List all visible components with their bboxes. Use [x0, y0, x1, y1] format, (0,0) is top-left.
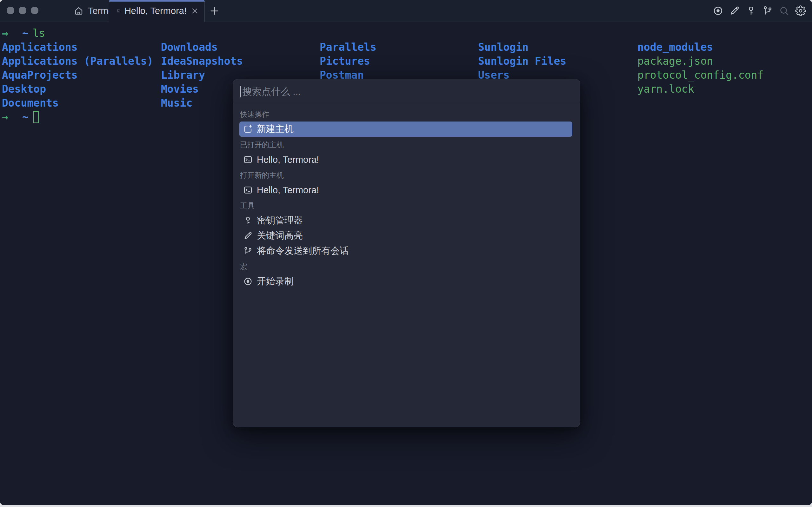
- window-controls: [7, 7, 39, 14]
- palette-item[interactable]: 新建主机: [239, 121, 572, 137]
- record-icon: [243, 277, 253, 286]
- palette-section-label: 宏: [239, 259, 572, 274]
- palette-item-label: Hello, Termora!: [257, 155, 319, 165]
- key-icon: [243, 216, 253, 225]
- terminal-entry-dir: Library: [161, 68, 243, 82]
- new-host-icon: [243, 124, 253, 134]
- minimize-button[interactable]: [19, 7, 26, 14]
- zoom-button[interactable]: [31, 7, 39, 14]
- toolbar-actions: [713, 0, 806, 21]
- pencil-icon: [243, 231, 253, 240]
- branch-icon: [243, 246, 253, 256]
- terminal-entry-dir: Pictures: [320, 54, 376, 68]
- terminal-entry-dir: Applications: [2, 40, 153, 54]
- terminal-icon: [243, 155, 253, 164]
- terminal-entry-dir: AquaProjects: [2, 68, 153, 82]
- palette-item-label: 关键词高亮: [257, 229, 303, 242]
- palette-item[interactable]: 密钥管理器: [239, 213, 572, 228]
- gear-icon[interactable]: [795, 5, 806, 16]
- app-window: Termora Hello, Termora! →~ls Application…: [0, 0, 812, 505]
- terminal-entry-dir: Desktop: [2, 82, 153, 96]
- palette-search: [233, 79, 580, 104]
- tab-label: Hello, Termora!: [124, 6, 187, 16]
- terminal-entry-file: protocol_config.conf: [637, 68, 763, 82]
- palette-item-label: 新建主机: [257, 123, 293, 135]
- terminal-entry-dir: Movies: [161, 82, 243, 96]
- prompt-line: →~: [2, 110, 39, 124]
- palette-item-label: 密钥管理器: [257, 214, 303, 227]
- terminal-entry-dir: Applications (Parallels): [2, 54, 153, 68]
- palette-item[interactable]: 将命令发送到所有会话: [239, 243, 572, 259]
- close-button[interactable]: [7, 7, 14, 14]
- prompt-cwd: ~: [22, 111, 29, 123]
- terminal-entry-dir: Parallels: [320, 40, 376, 54]
- palette-item[interactable]: 关键词高亮: [239, 228, 572, 243]
- palette-section-label: 已打开的主机: [239, 137, 572, 152]
- terminal-entry-dir: Music: [161, 96, 243, 110]
- terminal-entry-dir: node_modules: [637, 40, 763, 54]
- prompt-cwd: ~: [22, 27, 29, 39]
- search-input[interactable]: [242, 86, 573, 97]
- palette-section-label: 打开新的主机: [239, 167, 572, 182]
- plus-icon: [209, 5, 220, 16]
- palette-section-label: 工具: [239, 198, 572, 213]
- prompt-arrow: →: [2, 111, 8, 123]
- tab-bar: Termora Hello, Termora!: [0, 0, 812, 22]
- typed-command: ls: [33, 27, 45, 39]
- palette-item[interactable]: 开始录制: [239, 274, 572, 289]
- palette-list: 快速操作新建主机已打开的主机Hello, Termora!打开新的主机Hello…: [233, 104, 580, 289]
- home-icon: [74, 6, 84, 15]
- close-icon: [191, 7, 199, 15]
- palette-item-label: 开始录制: [257, 275, 293, 288]
- terminal-entry-dir: Documents: [2, 96, 153, 110]
- terminal-cursor: [33, 111, 39, 123]
- key-icon[interactable]: [746, 5, 756, 16]
- terminal-entry-dir: IdeaSnapshots: [161, 54, 243, 68]
- new-tab-button[interactable]: [209, 5, 220, 16]
- tab-hello-termora[interactable]: Hello, Termora!: [109, 0, 205, 22]
- text-caret: [240, 86, 240, 97]
- terminal-entry-file: package.json: [637, 54, 763, 68]
- prompt-arrow: →: [2, 27, 8, 39]
- terminal-entry-file: yarn.lock: [637, 82, 763, 96]
- palette-section-label: 快速操作: [239, 106, 572, 121]
- palette-item[interactable]: Hello, Termora!: [239, 182, 572, 198]
- pencil-icon[interactable]: [729, 5, 740, 16]
- command-palette: 快速操作新建主机已打开的主机Hello, Termora!打开新的主机Hello…: [233, 79, 580, 428]
- palette-item[interactable]: Hello, Termora!: [239, 152, 572, 167]
- close-tab-button[interactable]: [191, 7, 199, 15]
- search-icon[interactable]: [779, 5, 790, 16]
- terminal-entry-dir: Downloads: [161, 40, 243, 54]
- command-line: →~ls: [2, 26, 45, 40]
- terminal-icon: [117, 6, 120, 16]
- terminal-entry-dir: Sunlogin: [478, 40, 566, 54]
- branch-icon[interactable]: [762, 5, 773, 16]
- palette-item-label: Hello, Termora!: [257, 185, 319, 195]
- terminal-icon: [243, 185, 253, 195]
- palette-item-label: 将命令发送到所有会话: [257, 245, 349, 257]
- record-icon[interactable]: [713, 5, 723, 16]
- terminal-entry-dir: Sunlogin Files: [478, 54, 566, 68]
- active-tab-accent: [109, 0, 205, 2]
